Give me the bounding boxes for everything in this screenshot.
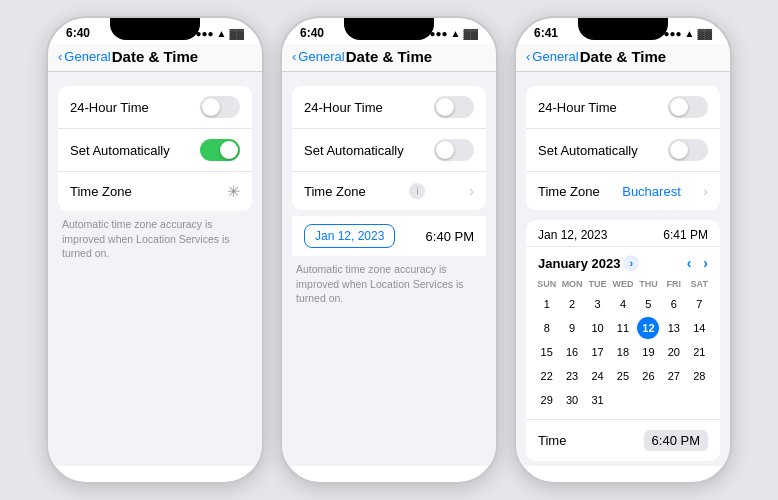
status-time-1: 6:40	[66, 26, 90, 40]
cal-date-4[interactable]: 4	[612, 293, 634, 315]
24hour-row-2[interactable]: 24-Hour Time	[292, 86, 486, 129]
cal-date-2[interactable]: 2	[561, 293, 583, 315]
back-button-2[interactable]: ‹ General	[292, 49, 345, 64]
cal-date-21[interactable]: 21	[688, 341, 710, 363]
date-time-row-2[interactable]: Jan 12, 2023 6:40 PM	[292, 216, 486, 256]
cal-nav-buttons: ‹ ›	[687, 255, 708, 271]
24hour-label-3: 24-Hour Time	[538, 100, 617, 115]
timezone-row-2[interactable]: Time Zone i	[292, 172, 486, 210]
nav-title-3: Date & Time	[580, 48, 666, 65]
cal-grid-3: SUN MON TUE WED THU FRI SAT 1 2 3 4	[526, 275, 720, 419]
day-sat: SAT	[687, 277, 712, 291]
nav-title-1: Date & Time	[112, 48, 198, 65]
cal-date-20[interactable]: 20	[663, 341, 685, 363]
set-auto-row-1[interactable]: Set Automatically	[58, 129, 252, 172]
cal-date-1[interactable]: 1	[536, 293, 558, 315]
cal-month-info-icon[interactable]: ›	[623, 255, 639, 271]
set-auto-toggle-1[interactable]	[200, 139, 240, 161]
phone-1: 6:40 ●●● ▲ ▓▓ ‹ General Date & Time 24-H…	[46, 16, 264, 484]
set-auto-label-2: Set Automatically	[304, 143, 404, 158]
cal-date-19[interactable]: 19	[637, 341, 659, 363]
cal-date-10[interactable]: 10	[587, 317, 609, 339]
timezone-value-3: Bucharest	[622, 184, 681, 199]
cal-next-button[interactable]: ›	[703, 255, 708, 271]
date-header-row-3[interactable]: Jan 12, 2023 6:41 PM	[526, 220, 720, 247]
set-auto-row-3[interactable]: Set Automatically	[526, 129, 720, 172]
cal-date-18[interactable]: 18	[612, 341, 634, 363]
nav-bar-3: ‹ General Date & Time	[516, 44, 730, 72]
cal-date-17[interactable]: 17	[587, 341, 609, 363]
24hour-knob-2	[436, 98, 454, 116]
status-time-2: 6:40	[300, 26, 324, 40]
date-badge-2[interactable]: Jan 12, 2023	[304, 224, 395, 248]
cal-date-25[interactable]: 25	[612, 365, 634, 387]
back-button-3[interactable]: ‹ General	[526, 49, 579, 64]
24hour-row-1[interactable]: 24-Hour Time	[58, 86, 252, 129]
cal-date-30[interactable]: 30	[561, 389, 583, 411]
day-tue: TUE	[585, 277, 610, 291]
cal-date-15[interactable]: 15	[536, 341, 558, 363]
cal-date-24[interactable]: 24	[587, 365, 609, 387]
chevron-back-icon-2: ‹	[292, 49, 296, 64]
date-time-section-2: Jan 12, 2023 6:40 PM	[292, 216, 486, 256]
cal-date-7[interactable]: 7	[688, 293, 710, 315]
battery-icon-1: ▓▓	[229, 28, 244, 39]
24hour-toggle-2[interactable]	[434, 96, 474, 118]
settings-group-1: 24-Hour Time Set Automatically Time Zone…	[58, 86, 252, 211]
cal-date-13[interactable]: 13	[663, 317, 685, 339]
timezone-row-1[interactable]: Time Zone ✳	[58, 172, 252, 211]
time-row-3[interactable]: Time 6:40 PM	[526, 419, 720, 461]
cal-date-22[interactable]: 22	[536, 365, 558, 387]
cal-date-11[interactable]: 11	[612, 317, 634, 339]
timezone-row-3[interactable]: Time Zone Bucharest	[526, 172, 720, 210]
settings-group-3: 24-Hour Time Set Automatically Time Zone…	[526, 86, 720, 210]
24hour-toggle-3[interactable]	[668, 96, 708, 118]
battery-icon-2: ▓▓	[463, 28, 478, 39]
back-label-2: General	[298, 49, 344, 64]
back-label-3: General	[532, 49, 578, 64]
back-label-1: General	[64, 49, 110, 64]
settings-group-2: 24-Hour Time Set Automatically Time Zone…	[292, 86, 486, 210]
wifi-icon-1: ▲	[217, 28, 227, 39]
nav-title-2: Date & Time	[346, 48, 432, 65]
status-time-3: 6:41	[534, 26, 558, 40]
set-auto-toggle-3[interactable]	[668, 139, 708, 161]
day-mon: MON	[559, 277, 584, 291]
cal-date-28[interactable]: 28	[688, 365, 710, 387]
cal-date-12[interactable]: 12	[637, 317, 659, 339]
set-auto-knob-1	[220, 141, 238, 159]
cal-date-23[interactable]: 23	[561, 365, 583, 387]
set-auto-row-2[interactable]: Set Automatically	[292, 129, 486, 172]
24hour-toggle-1[interactable]	[200, 96, 240, 118]
timezone-info-icon-2[interactable]: i	[409, 183, 425, 199]
cal-date-9[interactable]: 9	[561, 317, 583, 339]
cal-dates: 1 2 3 4 5 6 7 8 9 10 11 12 13 1	[534, 293, 712, 411]
time-value-2[interactable]: 6:40 PM	[426, 229, 474, 244]
back-button-1[interactable]: ‹ General	[58, 49, 111, 64]
cal-date-29[interactable]: 29	[536, 389, 558, 411]
chevron-back-icon-1: ‹	[58, 49, 62, 64]
cal-date-3[interactable]: 3	[587, 293, 609, 315]
cal-date-5[interactable]: 5	[637, 293, 659, 315]
cal-date-14[interactable]: 14	[688, 317, 710, 339]
24hour-row-3[interactable]: 24-Hour Time	[526, 86, 720, 129]
cal-date-27[interactable]: 27	[663, 365, 685, 387]
content-3: 24-Hour Time Set Automatically Time Zone…	[516, 72, 730, 466]
nav-bar-2: ‹ General Date & Time	[282, 44, 496, 72]
set-auto-toggle-2[interactable]	[434, 139, 474, 161]
notch-2	[344, 18, 434, 40]
timezone-label-1: Time Zone	[70, 184, 132, 199]
time-row-label-3: Time	[538, 433, 566, 448]
cal-date-8[interactable]: 8	[536, 317, 558, 339]
cal-date-26[interactable]: 26	[637, 365, 659, 387]
set-auto-knob-2	[436, 141, 454, 159]
nav-bar-1: ‹ General Date & Time	[48, 44, 262, 72]
cal-date-6[interactable]: 6	[663, 293, 685, 315]
cal-date-16[interactable]: 16	[561, 341, 583, 363]
battery-icon-3: ▓▓	[697, 28, 712, 39]
phone-3: 6:41 ●●● ▲ ▓▓ ‹ General Date & Time 24-H…	[514, 16, 732, 484]
day-wed: WED	[610, 277, 635, 291]
cal-prev-button[interactable]: ‹	[687, 255, 692, 271]
cal-date-31[interactable]: 31	[587, 389, 609, 411]
cal-month-label-3: January 2023	[538, 256, 620, 271]
